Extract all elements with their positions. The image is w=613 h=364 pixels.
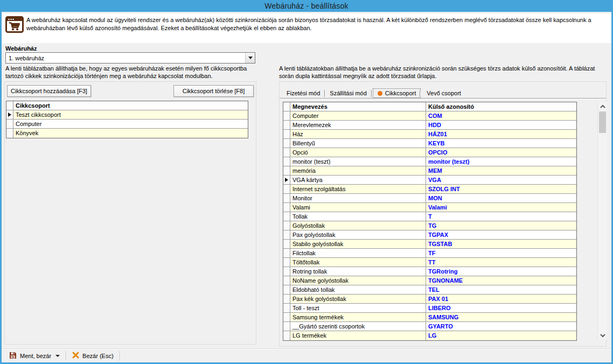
- row-selector: [283, 322, 290, 331]
- table-row[interactable]: TöltőtollakTT: [283, 258, 576, 267]
- cell-external-id: TGSTAB: [426, 240, 576, 248]
- table-row[interactable]: Toll - tesztLIBERO: [283, 304, 576, 313]
- tab-label: Szállítási mód: [330, 90, 366, 96]
- titlebar[interactable]: Webáruház - beállítások: [2, 0, 611, 12]
- table-row[interactable]: LG termékekLG: [283, 331, 576, 340]
- cell-megnevezes: Pax kék golyóstollak: [290, 295, 426, 303]
- cell-megnevezes: Billentyű: [290, 139, 426, 148]
- cell-external-id: GYARTO: [426, 322, 576, 331]
- row-selector: [283, 212, 290, 221]
- table-row[interactable]: VGA kártyaVGA: [283, 176, 576, 185]
- scroll-down-arrow[interactable]: [598, 331, 607, 340]
- cell-external-id: TG: [426, 221, 576, 230]
- close-x-icon: [72, 352, 79, 360]
- column-header-megnevezes: Megnevezés: [290, 102, 426, 111]
- cell-cikkcsoport: Computer: [13, 120, 248, 128]
- table-row[interactable]: MonitorMON: [283, 194, 576, 203]
- cikkcsoport-table: CikkcsoportTeszt cikkcsoportComputerKöny…: [6, 101, 248, 138]
- table-row[interactable]: Computer: [6, 120, 248, 129]
- cell-external-id: monitor (teszt): [426, 157, 576, 166]
- table-row[interactable]: BillentyűKEYB: [283, 139, 576, 148]
- table-row[interactable]: FilctollakTF: [283, 249, 576, 258]
- table-row[interactable]: Samsung termékekSAMSUNG: [283, 313, 576, 322]
- row-selector-header: [6, 101, 13, 110]
- cell-megnevezes: Monitor: [290, 194, 426, 202]
- cell-megnevezes: Stabilo golyóstollak: [290, 240, 426, 248]
- table-row[interactable]: TollakT: [283, 212, 576, 221]
- cell-external-id: SZOLG INT: [426, 185, 576, 193]
- row-selector: [283, 121, 290, 129]
- tab-strip: Fizetési módSzállítási módCikkcsoportVev…: [282, 87, 466, 98]
- table-row[interactable]: Stabilo golyóstollakTGSTAB: [283, 240, 576, 249]
- table-row[interactable]: Eldobható tollakTEL: [283, 285, 576, 295]
- row-selector: [283, 295, 290, 303]
- table-scrollbar[interactable]: [597, 102, 607, 340]
- table-row[interactable]: Pax kék golyóstollakPAX 01: [283, 295, 576, 304]
- row-selector: [283, 267, 290, 276]
- table-row[interactable]: Rotring tollakTGRotring: [283, 267, 576, 276]
- row-selector: [6, 129, 13, 138]
- right-description: A lenti táblázatokban állíthatja be a we…: [279, 65, 609, 80]
- table-row[interactable]: HázHÁZ01: [283, 130, 576, 139]
- row-selector: [283, 221, 290, 230]
- table-row[interactable]: Pax golyóstollakTGPAX: [283, 230, 576, 240]
- cell-external-id: LG: [426, 331, 576, 340]
- row-selector: [283, 249, 290, 257]
- tab-vevo-csoport[interactable]: Vevő csoport: [422, 88, 466, 98]
- cell-external-id: KEYB: [426, 139, 576, 148]
- table-row[interactable]: MerevlemezekHDD: [283, 121, 576, 130]
- tab-fizetesi-mod[interactable]: Fizetési mód: [282, 88, 325, 98]
- cell-external-id: LIBERO: [426, 304, 576, 312]
- cell-external-id: TGNONAME: [426, 276, 576, 285]
- table-row[interactable]: Könyvek: [6, 129, 248, 138]
- cell-megnevezes: Samsung termékek: [290, 313, 426, 321]
- table-row[interactable]: Internet szolgáltatásSZOLG INT: [283, 185, 576, 194]
- save-close-label: Ment, bezár: [20, 353, 51, 359]
- row-selector: [283, 240, 290, 248]
- webshop-cart-icon: [5, 16, 24, 33]
- table-row[interactable]: ValamiValami: [283, 203, 576, 212]
- scroll-up-arrow[interactable]: [598, 102, 607, 111]
- cell-megnevezes: Pax golyóstollak: [290, 230, 426, 239]
- tab-szallitasi-mod[interactable]: Szállítási mód: [325, 88, 371, 98]
- table-row[interactable]: monitor (teszt)monitor (teszt): [283, 157, 576, 166]
- cell-megnevezes: Opció: [290, 148, 426, 157]
- cell-megnevezes: VGA kártya: [290, 176, 426, 184]
- cell-external-id: COM: [426, 111, 576, 120]
- window-title: Webáruház - beállítások: [264, 2, 348, 10]
- row-selector: [6, 110, 13, 119]
- cell-external-id: VGA: [426, 176, 576, 184]
- add-cikkcsoport-button[interactable]: Cikkcsoport hozzáadása [F3]: [7, 85, 91, 97]
- tab-label: Cikkcsoport: [385, 90, 416, 96]
- cell-megnevezes: Computer: [290, 111, 426, 120]
- table-row[interactable]: NoName golyóstollakTGNONAME: [283, 276, 576, 285]
- bottom-toolbar: Ment, bezár Bezár (Esc): [2, 348, 611, 362]
- row-selector: [283, 304, 290, 312]
- tab-cikkcsoport[interactable]: Cikkcsoport: [373, 88, 421, 98]
- cell-external-id: MEM: [426, 166, 576, 175]
- table-row[interactable]: __Gyártó szerinti csoportokGYARTO: [283, 322, 576, 331]
- row-selector: [283, 157, 290, 166]
- cell-external-id: HDD: [426, 121, 576, 129]
- left-description: A lenti táblázatban állíthatja be, hogy …: [5, 65, 259, 80]
- close-label: Bezár (Esc): [82, 353, 113, 359]
- table-row[interactable]: memóriaMEM: [283, 166, 576, 176]
- external-id-table: MegnevezésKülső azonosítóComputerCOMMere…: [283, 102, 577, 341]
- table-row[interactable]: GolyóstollakTG: [283, 221, 576, 230]
- scrollbar-thumb[interactable]: [599, 111, 606, 133]
- table-row[interactable]: ComputerCOM: [283, 111, 576, 121]
- row-selector: [283, 166, 290, 175]
- cell-megnevezes: Töltőtollak: [290, 258, 426, 267]
- delete-cikkcsoport-button[interactable]: Cikkcsoport törlése [F8]: [173, 85, 254, 97]
- save-close-button[interactable]: Ment, bezár: [5, 350, 64, 362]
- close-button[interactable]: Bezár (Esc): [68, 350, 117, 362]
- table-row[interactable]: OpcióOPCIO: [283, 148, 576, 157]
- tabstrip-divider: [280, 98, 606, 99]
- row-selector: [283, 185, 290, 193]
- webshop-select[interactable]: 1. webáruház: [5, 52, 255, 64]
- row-selector-header: [283, 102, 290, 111]
- cell-external-id: TGRotring: [426, 267, 576, 276]
- cell-megnevezes: Internet szolgáltatás: [290, 185, 426, 193]
- combo-dropdown-button[interactable]: [245, 53, 255, 63]
- table-row[interactable]: Teszt cikkcsoport: [6, 110, 248, 120]
